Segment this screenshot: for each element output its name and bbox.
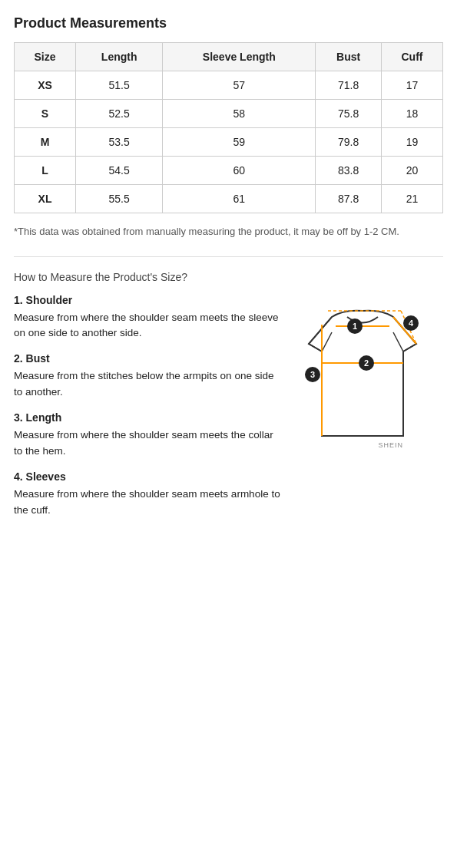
table-cell: 52.5 — [76, 100, 163, 128]
table-cell: 87.8 — [316, 185, 382, 213]
measure-section: 1. ShoulderMeasure from where the should… — [14, 294, 443, 530]
measure-diagram: 1 2 3 4 SHEIN — [290, 294, 443, 530]
how-to-title: How to Measure the Product's Size? — [14, 271, 443, 283]
measure-item-label: 1. Shoulder — [14, 294, 282, 306]
table-cell: 71.8 — [316, 71, 382, 100]
table-row: M53.55979.819 — [15, 128, 443, 157]
table-cell: 53.5 — [76, 128, 163, 157]
measure-item: 4. SleevesMeasure from where the shoulde… — [14, 470, 282, 519]
table-header-cell: Length — [76, 43, 163, 71]
table-cell: 54.5 — [76, 157, 163, 185]
table-row: L54.56083.820 — [15, 157, 443, 185]
table-cell: 75.8 — [316, 100, 382, 128]
table-header-cell: Cuff — [381, 43, 442, 71]
table-cell: 83.8 — [316, 157, 382, 185]
measurements-table: SizeLengthSleeve LengthBustCuff XS51.557… — [14, 42, 443, 213]
measure-item-description: Measure from where the shoulder seam mee… — [14, 487, 282, 519]
measure-item-label: 3. Length — [14, 411, 282, 424]
table-cell: 20 — [381, 157, 442, 185]
svg-text:2: 2 — [364, 358, 369, 368]
svg-text:4: 4 — [409, 318, 414, 328]
table-cell: S — [15, 100, 76, 128]
table-cell: 59 — [163, 128, 316, 157]
table-cell: 19 — [381, 128, 442, 157]
svg-text:1: 1 — [353, 322, 357, 331]
table-row: XL55.56187.821 — [15, 185, 443, 213]
table-cell: 55.5 — [76, 185, 163, 213]
table-header-cell: Sleeve Length — [163, 43, 316, 71]
table-cell: M — [15, 128, 76, 157]
table-cell: 58 — [163, 100, 316, 128]
table-cell: 17 — [381, 71, 442, 100]
table-cell: 79.8 — [316, 128, 382, 157]
measure-item-description: Measure from where the shoulder seam mee… — [14, 310, 282, 342]
tshirt-diagram: 1 2 3 4 SHEIN — [290, 302, 435, 455]
table-cell: 21 — [381, 185, 442, 213]
measure-item: 3. LengthMeasure from where the shoulder… — [14, 411, 282, 460]
table-row: XS51.55771.817 — [15, 71, 443, 100]
table-cell: 60 — [163, 157, 316, 185]
table-cell: XS — [15, 71, 76, 100]
table-cell: 61 — [163, 185, 316, 213]
table-header-cell: Size — [15, 43, 76, 71]
measure-item-label: 2. Bust — [14, 352, 282, 365]
table-cell: 57 — [163, 71, 316, 100]
measure-item: 1. ShoulderMeasure from where the should… — [14, 294, 282, 342]
page-title: Product Measurements — [14, 15, 443, 31]
measure-item: 2. BustMeasure from the stitches below t… — [14, 352, 282, 401]
measure-item-description: Measure from where the shoulder seam mee… — [14, 427, 282, 460]
table-row: S52.55875.818 — [15, 100, 443, 128]
table-cell: 51.5 — [76, 71, 163, 100]
table-cell: L — [15, 157, 76, 185]
disclaimer-text: *This data was obtained from manually me… — [14, 224, 443, 239]
table-header-cell: Bust — [316, 43, 382, 71]
table-cell: 18 — [381, 100, 442, 128]
section-divider — [14, 256, 443, 257]
measure-text-col: 1. ShoulderMeasure from where the should… — [14, 294, 282, 530]
svg-text:3: 3 — [310, 370, 315, 379]
measure-item-description: Measure from the stitches below the armp… — [14, 368, 282, 401]
svg-text:SHEIN: SHEIN — [378, 441, 403, 449]
measure-item-label: 4. Sleeves — [14, 470, 282, 483]
table-cell: XL — [15, 185, 76, 213]
